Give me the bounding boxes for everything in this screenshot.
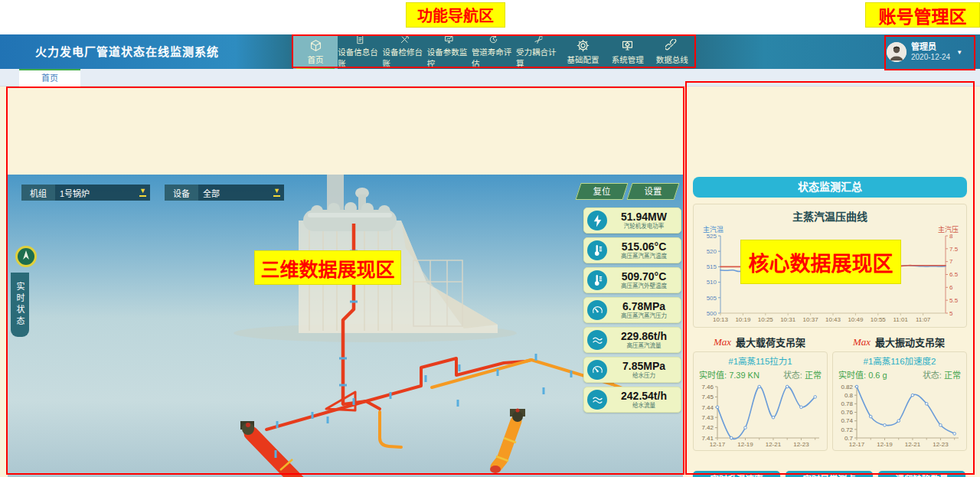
nav-item-lifespan[interactable]: 管道寿命评估 (472, 34, 516, 69)
device-select[interactable]: 全部 ▼ (198, 185, 284, 201)
unit-label: 机组 (21, 185, 55, 201)
realtime-status-tab[interactable]: 实时状态 (11, 273, 29, 337)
chevron-down-icon: ▼ (273, 187, 280, 197)
settings-button[interactable]: 设置 (626, 183, 679, 200)
svg-text:5.5: 5.5 (949, 297, 959, 304)
compass-icon[interactable] (15, 245, 38, 268)
gear-icon (577, 39, 590, 52)
nav-item-stress[interactable]: 受力耦合计算 (516, 34, 560, 69)
reset-button[interactable]: 复位 (575, 183, 628, 200)
metric-value: 229.86t/h (607, 331, 681, 342)
svg-text:10:43: 10:43 (825, 316, 841, 323)
panel-title: 状态监测汇总 (693, 177, 967, 198)
vibration-hanger-card: #1高蒸116加速度2 实时值: 0.6 g 状态: 正常 0.70.720.7… (832, 351, 967, 451)
metric-card-steam-flow[interactable]: 229.86t/h 高压蒸汽流量 (583, 327, 681, 353)
ledger-icon (354, 34, 367, 44)
account-date: 2020-12-24 (911, 53, 950, 63)
nav-item-label: 数据总线 (656, 54, 688, 65)
metric-value: 242.54t/h (607, 390, 681, 402)
svg-text:0.76: 0.76 (841, 409, 853, 416)
metric-caption: 给水压力 (607, 373, 681, 379)
svg-text:505: 505 (707, 295, 717, 302)
main-nav: 首页 设备信息台账 设备检修台账 设备参数监控 管道寿命评估 受力耦合计算 基础… (293, 34, 694, 69)
svg-text:10:19: 10:19 (735, 316, 751, 323)
nav-item-label: 设备检修台账 (382, 46, 426, 69)
tab-home[interactable]: 首页 (19, 69, 80, 87)
nav-item-info[interactable]: 设备信息台账 (338, 34, 382, 69)
svg-text:6.5: 6.5 (949, 271, 959, 278)
device-dropdown[interactable]: 设备 全部 ▼ (165, 185, 284, 201)
account-name: 管理员 (911, 42, 950, 53)
svg-text:10:31: 10:31 (780, 316, 796, 323)
system-icon (621, 39, 634, 52)
metric-caption: 高压蒸汽流量 (607, 343, 681, 349)
svg-text:8: 8 (949, 233, 953, 240)
nav-item-label: 首页 (308, 54, 324, 65)
load-mini-chart: 7.417.427.437.447.457.4612-1712-1912-211… (696, 383, 825, 447)
metric-card-water-pressure[interactable]: 7.85MPa 给水压力 (583, 357, 681, 383)
svg-text:7.5: 7.5 (949, 246, 959, 253)
svg-text:7.42: 7.42 (701, 424, 714, 431)
unit-value: 1号锅炉 (60, 187, 90, 199)
svg-text:525: 525 (707, 233, 717, 240)
metric-card-steam-pressure[interactable]: 6.78MPa 高压蒸汽蒸汽压力 (583, 297, 681, 323)
lifespan-icon (487, 34, 500, 44)
metric-card-power[interactable]: 51.94MW 汽轮机发电功率 (583, 207, 681, 234)
annotation-core-area: 核心数据展现区 (740, 240, 901, 284)
account-menu[interactable]: 管理员 2020-12-24 ▼ (887, 37, 974, 67)
tile-label: 实时异常测点 (786, 471, 873, 477)
gauge-icon (587, 360, 607, 380)
svg-text:0.8: 0.8 (844, 392, 854, 399)
hanger-card-title: #1高蒸115拉力1 (694, 354, 827, 367)
lightning-icon (587, 211, 607, 230)
load-hanger-card: #1高蒸115拉力1 实时值: 7.39 KN 状态: 正常 7.417.427… (693, 351, 828, 451)
max-vibration-title: 最大振动支吊架 (875, 335, 945, 349)
flow-icon (587, 390, 607, 410)
svg-text:12-23: 12-23 (933, 441, 949, 447)
vibration-mini-chart: 0.70.720.740.760.780.80.8212-1712-1912-2… (835, 383, 964, 447)
svg-text:11:07: 11:07 (916, 316, 931, 323)
metric-card-wall-temp[interactable]: 509.70°C 高压蒸汽外壁温度 (583, 267, 681, 293)
summary-tile-temp-rate: 实时升温速率 0.21°C (693, 471, 780, 477)
nav-item-home[interactable]: 首页 (293, 34, 338, 69)
svg-text:10:13: 10:13 (713, 316, 729, 323)
nav-item-params[interactable]: 设备参数监控 (427, 34, 472, 69)
svg-text:515: 515 (707, 263, 717, 270)
unit-dropdown[interactable]: 机组 1号锅炉 ▼ (21, 185, 150, 201)
svg-text:7.45: 7.45 (701, 394, 714, 400)
metric-caption: 汽轮机发电功率 (607, 224, 681, 230)
svg-text:0.72: 0.72 (841, 426, 853, 433)
annotation-scene-area: 三维数据展现区 (254, 250, 401, 285)
metric-value: 509.70°C (607, 271, 681, 283)
bus-icon (665, 39, 678, 52)
device-label: 设备 (165, 185, 198, 201)
summary-tile-defects: 遗留缺陷数量 0 (878, 471, 965, 477)
annotation-account-area: 账号管理区 (865, 2, 980, 28)
nav-item-system[interactable]: 系统管理 (606, 34, 650, 69)
hanger-card-title: #1高蒸116加速度2 (833, 354, 966, 367)
device-value: 全部 (203, 187, 220, 199)
chevron-down-icon[interactable]: ▼ (956, 49, 962, 56)
summary-tile-abnormal: 实时异常测点 0 (786, 471, 873, 477)
3d-viewport[interactable]: 机组 1号锅炉 ▼ 设备 全部 ▼ 实时状态 复位 设 (8, 175, 683, 477)
nav-item-config[interactable]: 基础配置 (560, 34, 605, 69)
metric-card-water-flow[interactable]: 242.54t/h 给水流量 (583, 387, 681, 413)
app-title: 火力发电厂管道状态在线监测系统 (35, 34, 219, 69)
svg-text:12-17: 12-17 (710, 441, 726, 447)
svg-text:12-21: 12-21 (766, 441, 782, 447)
svg-text:12-19: 12-19 (737, 441, 753, 447)
realtime-value: 实时值: 7.39 KN (699, 368, 760, 381)
svg-text:12-17: 12-17 (849, 441, 865, 447)
svg-text:6: 6 (949, 284, 953, 291)
svg-text:7: 7 (949, 258, 953, 265)
nav-item-repair[interactable]: 设备检修台账 (382, 34, 426, 69)
metric-value: 6.78MPa (607, 301, 681, 312)
metric-card-steam-temp[interactable]: 515.06°C 高压蒸汽蒸汽温度 (583, 237, 681, 263)
nav-item-label: 受力耦合计算 (516, 46, 560, 69)
svg-text:7.46: 7.46 (701, 384, 714, 390)
unit-select[interactable]: 1号锅炉 ▼ (55, 185, 150, 201)
stress-icon (532, 34, 545, 44)
tile-label: 遗留缺陷数量 (878, 471, 965, 477)
nav-item-databus[interactable]: 数据总线 (650, 34, 694, 69)
svg-text:10:37: 10:37 (803, 316, 819, 323)
